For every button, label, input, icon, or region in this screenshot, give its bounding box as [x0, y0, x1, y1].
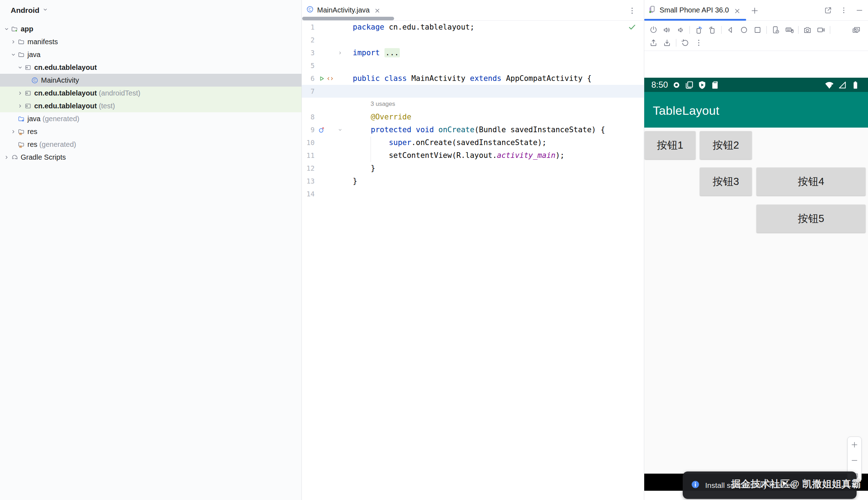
- camera-icon[interactable]: [803, 25, 812, 35]
- close-icon[interactable]: [733, 7, 740, 14]
- close-icon[interactable]: [373, 7, 381, 15]
- tree-item-res[interactable]: res: [0, 125, 301, 138]
- code-line-14: 14: [302, 187, 644, 200]
- tree-item-manifests[interactable]: manifests: [0, 35, 301, 48]
- tree-toggle[interactable]: [10, 51, 17, 58]
- add-device-tab-plus-icon[interactable]: [750, 6, 759, 15]
- rotate-left-icon[interactable]: [694, 25, 703, 35]
- tree-item-cn-edu-tablelayout[interactable]: cn.edu.tablelayout (androidTest): [0, 87, 301, 99]
- chevron-down-icon[interactable]: [3, 25, 10, 33]
- volume-up-icon[interactable]: [662, 25, 672, 35]
- inspections-ok-check-icon[interactable]: [627, 22, 636, 31]
- tree-item-mainactivity[interactable]: CMainActivity: [0, 74, 301, 87]
- close-icon[interactable]: [373, 7, 381, 14]
- minimize-icon[interactable]: [855, 6, 864, 15]
- zoom-in-icon[interactable]: [850, 440, 859, 449]
- download-icon[interactable]: [662, 38, 672, 47]
- zoom-out-icon[interactable]: [850, 456, 859, 465]
- tree-toggle[interactable]: [16, 89, 24, 97]
- chevron-right-icon[interactable]: [10, 38, 17, 46]
- code-line-2: 2: [302, 33, 644, 46]
- tree-item-label: cn.edu.tablelayout (androidTest): [34, 89, 140, 97]
- project-view-selector[interactable]: Android: [11, 6, 49, 15]
- check-icon[interactable]: [627, 22, 637, 32]
- chevron-right-icon[interactable]: [10, 128, 17, 135]
- tree-toggle[interactable]: [3, 25, 10, 33]
- line-number: 2: [302, 36, 315, 44]
- code-line-6: 6public class MainActivity extends AppCo…: [302, 72, 644, 85]
- project-tool-window: Android appmanifestsjavacn.edu.tablelayo…: [0, 0, 302, 500]
- override-icon[interactable]: [318, 126, 325, 134]
- folder-icon: [17, 38, 25, 46]
- line-number: 8: [302, 113, 315, 121]
- code-tag-icon[interactable]: [326, 75, 334, 82]
- kebab-icon[interactable]: [839, 6, 848, 15]
- tree-toggle[interactable]: [16, 102, 24, 110]
- code-line-1: 1package cn.edu.tablelayout;: [302, 21, 644, 33]
- app-button-3[interactable]: 按钮3: [700, 167, 752, 196]
- run-icon[interactable]: [318, 75, 325, 82]
- class-icon: C: [306, 5, 314, 15]
- line-number: 12: [302, 164, 315, 172]
- code-line-11: 11 setContentView(R.layout.activity_main…: [302, 149, 644, 162]
- code-editor[interactable]: 1package cn.edu.tablelayout;23import ...…: [302, 21, 644, 500]
- tree-item-cn-edu-tablelayout[interactable]: cn.edu.tablelayout (test): [0, 99, 301, 112]
- tree-item-res[interactable]: res (generated): [0, 138, 301, 151]
- upload-icon[interactable]: [649, 38, 658, 47]
- app-button-5[interactable]: 按钮5: [756, 205, 866, 233]
- code-text: }: [346, 177, 357, 185]
- line-number: 5: [302, 62, 315, 69]
- device-settings-icon[interactable]: [771, 25, 780, 35]
- app-button-2[interactable]: 按钮2: [700, 131, 752, 159]
- package-icon: [24, 89, 32, 97]
- fold-collapse-icon[interactable]: [337, 127, 343, 133]
- emulator-screen[interactable]: 8:50 TableLayout 按钮1按钮2按钮3按钮4按钮5: [644, 78, 868, 491]
- info-icon: [683, 480, 705, 491]
- plus-icon[interactable]: [750, 6, 759, 15]
- tree-item-gradle-scripts[interactable]: Gradle Scripts: [0, 151, 301, 164]
- app-button-1[interactable]: 按钮1: [645, 131, 696, 159]
- rotate-right-icon[interactable]: [708, 25, 717, 35]
- chevron-right-icon[interactable]: [16, 89, 24, 97]
- input-devices-icon[interactable]: [785, 25, 794, 35]
- chevron-down-icon[interactable]: [10, 51, 17, 58]
- close-icon[interactable]: [733, 7, 742, 15]
- code-line-3: 3import ...: [302, 46, 644, 59]
- screen-record-icon[interactable]: [816, 25, 826, 35]
- package-icon: [24, 64, 32, 71]
- tree-item-app[interactable]: app: [0, 22, 301, 35]
- volume-down-icon[interactable]: [676, 25, 685, 35]
- chevron-right-icon[interactable]: [16, 102, 24, 110]
- fold-expand-icon[interactable]: [337, 50, 343, 56]
- tree-item-java[interactable]: java: [0, 48, 301, 61]
- open-in-new-icon[interactable]: [824, 6, 832, 15]
- kebab-icon[interactable]: [694, 38, 703, 47]
- code-line-9: 9 protected void onCreate(Bundle savedIn…: [302, 123, 644, 136]
- kebab-icon[interactable]: [627, 6, 637, 15]
- tree-toggle[interactable]: [10, 38, 17, 46]
- chevron-right-icon[interactable]: [3, 154, 10, 161]
- power-icon[interactable]: [649, 25, 658, 35]
- tree-item-cn-edu-tablelayout[interactable]: cn.edu.tablelayout: [0, 61, 301, 74]
- back-icon[interactable]: [726, 25, 735, 35]
- line-number: 3: [302, 49, 315, 57]
- tree-item-java[interactable]: java (generated): [0, 112, 301, 125]
- usages-inlay-hint[interactable]: 3 usages: [302, 98, 644, 110]
- tree-toggle[interactable]: [16, 64, 24, 71]
- editor-options-kebab-icon[interactable]: [627, 6, 636, 15]
- tree-toggle: [10, 115, 17, 123]
- device-tab-label: Small Phone API 36.0: [660, 6, 729, 14]
- info-icon: [691, 480, 700, 489]
- tree-toggle[interactable]: [3, 154, 10, 161]
- snapshot-reset-icon[interactable]: [681, 38, 690, 47]
- app-button-4[interactable]: 按钮4: [756, 167, 866, 196]
- home-icon[interactable]: [739, 25, 749, 35]
- device-tab-small-phone[interactable]: Small Phone API 36.0: [644, 0, 744, 20]
- status-bar-clock: 8:50: [651, 80, 668, 90]
- tree-toggle[interactable]: [10, 128, 17, 135]
- chevron-down-icon[interactable]: [16, 64, 24, 71]
- svg-text:C: C: [309, 7, 311, 11]
- overview-icon[interactable]: [753, 25, 762, 35]
- device-panel-actions: [824, 0, 864, 21]
- device-mirror-search-icon[interactable]: [852, 25, 861, 35]
